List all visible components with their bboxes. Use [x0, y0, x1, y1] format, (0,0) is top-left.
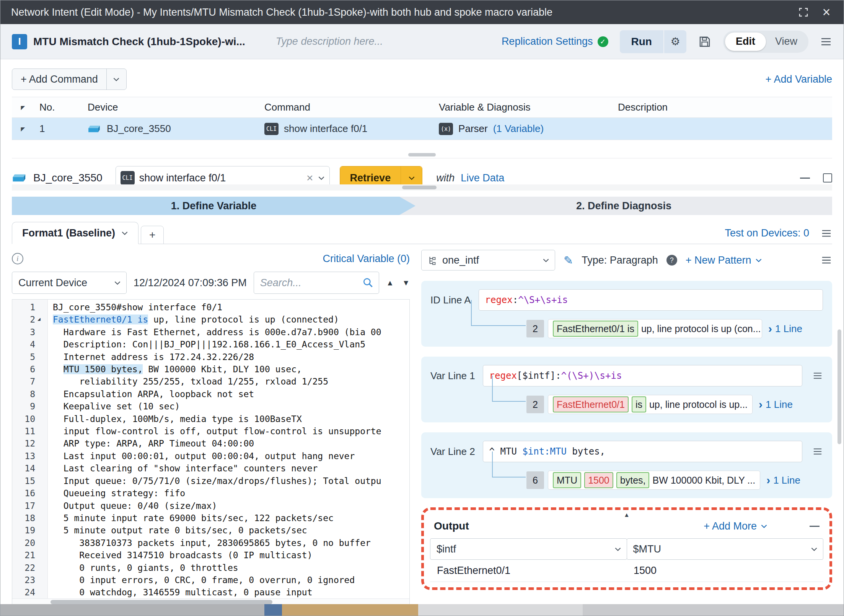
chevron-down-icon [543, 258, 549, 262]
line-count-link[interactable]: › 1 Line [766, 474, 800, 486]
add-format-tab-button[interactable]: + [141, 226, 164, 244]
format-menu-icon[interactable] [821, 229, 832, 238]
device-icon [88, 124, 101, 134]
add-variable-link[interactable]: + Add Variable [766, 73, 832, 85]
output-col2-select[interactable]: $MTU [627, 538, 824, 560]
column-device: Device [88, 101, 264, 113]
pattern-type-label: Type: Paragraph [582, 254, 658, 266]
maximize-icon[interactable] [797, 6, 810, 19]
save-button[interactable] [698, 35, 712, 49]
code-line: 3 Hardware is Fast Ethernet, address is … [12, 326, 409, 338]
search-icon[interactable] [362, 277, 374, 289]
output-minimize-icon[interactable] [810, 526, 820, 527]
new-pattern-link[interactable]: + New Pattern [686, 254, 762, 266]
line-count-link[interactable]: › 1 Line [759, 399, 793, 411]
var-line-2-menu-icon[interactable] [812, 447, 823, 456]
line-count-label: 1 Line [766, 399, 793, 411]
code-text: Output queue: 0/40 (size/max) [53, 501, 217, 511]
line-number: 8 [12, 388, 35, 400]
var-line-1-menu-icon[interactable] [812, 372, 823, 380]
command-chevron-down-icon[interactable] [318, 176, 325, 180]
code-text: BJ_core_3550#show interface f0/1 [53, 302, 222, 312]
output-intf-value: FastEthernet0/1 [430, 565, 627, 577]
menu-icon[interactable] [820, 37, 832, 47]
command-table-row[interactable]: ◤ 1 BJ_core_3550 CLI show interface f0/1… [12, 118, 832, 140]
connector-line [492, 376, 526, 402]
fold-marker-icon[interactable]: ◢ [37, 316, 41, 321]
code-line: 15 Input queue: 0/75/71/0 (size/max/drop… [12, 475, 409, 487]
code-text: Received 3147510 broadcasts (0 IP multic… [53, 550, 313, 560]
add-command-button[interactable]: + Add Command [12, 68, 127, 90]
search-prev-icon[interactable]: ▲ [386, 279, 394, 287]
line-number: 14 [12, 462, 35, 474]
output-column-selects: $intf $MTU [430, 538, 823, 560]
id-line-a-regex-input[interactable]: regex:^\S+\s+is [479, 289, 823, 311]
splitter-drag-handle[interactable] [408, 153, 436, 156]
edit-pattern-pencil-icon[interactable]: ✎ [564, 254, 573, 267]
info-icon[interactable]: i [12, 253, 23, 264]
close-icon[interactable]: × [820, 6, 833, 19]
code-line: 12 ARP type: ARPA, ARP Timeout 04:00:00 [12, 437, 409, 450]
view-toggle-button[interactable]: View [766, 36, 807, 47]
pattern-select[interactable]: one_intf [421, 250, 555, 271]
code-line: 16 Queueing strategy: fifo [12, 487, 409, 499]
cli-output-viewer[interactable]: 1BJ_core_3550#show interface f0/12◢FastE… [12, 299, 410, 605]
output-collapse-icon[interactable]: ▲ [624, 512, 630, 518]
matched-line-sample[interactable]: FastEthernet0/1 is up, line protocol is … [548, 395, 753, 414]
code-hscroll-thumb[interactable] [51, 600, 272, 604]
code-text: Keepalive set (10 sec) [53, 401, 180, 411]
table-hscroll-thumb[interactable] [402, 186, 437, 189]
tab-format1-baseline[interactable]: Format1 (Baseline) [12, 222, 138, 244]
step-define-diagnosis[interactable]: 2. Define Diagnosis [399, 197, 832, 215]
test-on-devices-link[interactable]: Test on Devices: 0 [725, 227, 809, 239]
matched-line-sample[interactable]: MTU 1500 bytes, BW 100000 Kbit, DLY ... [548, 471, 760, 490]
panel-scroll-thumb[interactable] [837, 329, 841, 444]
expand-box-icon[interactable] [823, 173, 832, 183]
row-command-text: show interface f0/1 [284, 123, 367, 135]
run-button[interactable]: Run [620, 30, 663, 53]
search-next-icon[interactable]: ▼ [402, 279, 410, 287]
line-count-link[interactable]: › 1 Line [768, 323, 802, 335]
format-tab-chevron-down-icon[interactable] [121, 231, 128, 235]
search-input[interactable] [260, 277, 359, 289]
run-settings-gear-icon[interactable]: ⚙ [664, 30, 686, 53]
device-icon [12, 173, 27, 183]
connector-line [471, 300, 526, 326]
matched-line-sample[interactable]: FastEthernet0/1 is up, line protocol is … [548, 319, 762, 338]
step-define-variable[interactable]: 1. Define Variable [12, 197, 415, 215]
add-command-chevron-down-icon[interactable] [106, 69, 126, 90]
desktop-segment [583, 604, 844, 616]
add-more-label: + Add More [704, 520, 757, 532]
critical-variable-link[interactable]: Critical Variable (0) [323, 253, 410, 265]
add-more-link[interactable]: + Add More [704, 520, 767, 532]
line-number: 13 [12, 450, 35, 462]
row-collapse-icon[interactable]: ◤ [12, 126, 34, 132]
pattern-tree-icon [428, 255, 438, 265]
intent-header: I MTU Mismatch Check (1hub-1Spoke)-wi...… [0, 24, 844, 59]
code-line: 22 0 runts, 0 giants, 0 throttles [12, 562, 409, 574]
minimize-icon[interactable] [800, 178, 810, 179]
var-line-2-regex-input[interactable]: ^ MTU $int:MTU bytes, [483, 441, 802, 462]
output-col2-value: $MTU [633, 543, 662, 555]
header-actions: Replication Settings ✓ Run ⚙ Edit View [502, 30, 832, 53]
panel-vertical-scrollbar[interactable] [837, 245, 842, 593]
line-number: 23 [12, 574, 35, 586]
device-filter-select[interactable]: Current Device [12, 272, 127, 294]
var-line-1-regex-input[interactable]: regex[$intf]:^(\S+)\s+is [483, 365, 802, 386]
output-col1-select[interactable]: $intf [430, 538, 627, 560]
intent-icon: I [12, 34, 27, 49]
command-input[interactable] [139, 172, 302, 184]
device-filter-value: Current Device [18, 277, 87, 289]
parser-variables-link[interactable]: (1 Variable) [493, 123, 544, 135]
clear-icon[interactable]: × [306, 171, 313, 184]
table-horizontal-scrollbar[interactable] [12, 184, 832, 191]
replication-settings-link[interactable]: Replication Settings ✓ [502, 36, 608, 47]
edit-toggle-button[interactable]: Edit [725, 33, 766, 51]
collapse-all-icon[interactable]: ◤ [12, 104, 34, 111]
pattern-menu-icon[interactable] [821, 256, 832, 265]
description-input[interactable] [276, 36, 490, 47]
live-data-link[interactable]: Live Data [461, 172, 504, 184]
check-circle-icon: ✓ [598, 36, 608, 47]
help-icon[interactable]: ? [666, 255, 677, 266]
section-splitter [12, 152, 832, 158]
